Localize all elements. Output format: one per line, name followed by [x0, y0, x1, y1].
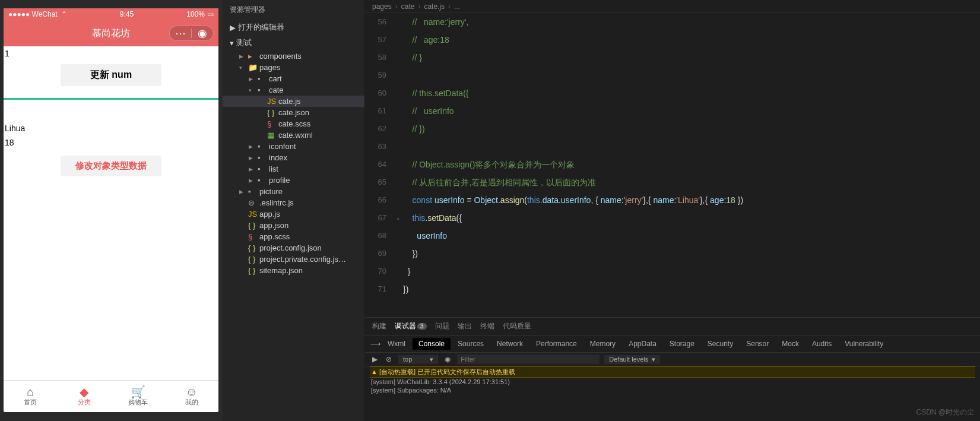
tab-category[interactable]: ◆分类 [58, 381, 112, 412]
capsule-close-icon[interactable]: ◉ [192, 26, 213, 40]
console-play-icon[interactable]: ▶ [370, 355, 379, 363]
tree-item[interactable]: ▶▪picture [223, 186, 364, 197]
devtools-tab[interactable]: Sources [452, 338, 490, 350]
console-eye-icon[interactable]: ◉ [443, 355, 452, 363]
capsule-more-icon[interactable]: ⋯ [170, 26, 191, 40]
tab-profile[interactable]: ☺我的 [165, 381, 219, 412]
tree-item[interactable]: ▶▪list [223, 163, 364, 175]
fold-marker[interactable] [394, 102, 403, 120]
console-line[interactable]: [system] Subpackages: N/A [370, 386, 975, 394]
tree-item[interactable]: { }cate.json [223, 107, 364, 118]
fold-marker[interactable] [394, 31, 403, 49]
fold-marker[interactable] [394, 191, 403, 209]
devtools-tab[interactable]: Network [491, 338, 529, 350]
tree-item[interactable]: ▶▪index [223, 152, 364, 163]
panel-tab[interactable]: 问题 [435, 321, 449, 331]
console-levels-dropdown[interactable]: Default levels ▾ [604, 355, 660, 364]
panel-tab[interactable]: 代码质量 [503, 321, 531, 331]
code-line[interactable]: // Object.assign()将多个对象合并为一个对象 [403, 156, 980, 173]
fold-marker[interactable] [394, 49, 403, 67]
code-line[interactable]: // userInfo [403, 102, 980, 120]
code-line[interactable] [403, 67, 980, 84]
devtools-tab[interactable]: Wxml [382, 338, 411, 350]
console-filter-input[interactable] [457, 354, 600, 364]
console-output[interactable]: [自动热重载] 已开启代码文件保存后自动热重载[system] WeChatLi… [365, 366, 980, 421]
fold-marker[interactable] [394, 262, 403, 280]
code-line[interactable] [403, 138, 980, 156]
devtools-tab[interactable]: Audits [806, 338, 838, 350]
modify-object-button[interactable]: 修改对象类型数据 [61, 156, 161, 176]
tree-item[interactable]: { }project.private.config.js… [223, 254, 364, 265]
code-line[interactable]: } [403, 262, 980, 280]
tree-item[interactable]: ▶▪profile [223, 175, 364, 186]
code-line[interactable]: userInfo [403, 227, 980, 245]
code-line[interactable]: // age:18 [403, 31, 980, 49]
code-line[interactable]: // name:'jerry', [403, 13, 980, 31]
code-line[interactable]: }) [403, 245, 980, 262]
panel-tab[interactable]: 终端 [480, 321, 494, 331]
tree-item[interactable]: ▶▪cart [223, 73, 364, 84]
code-editor[interactable]: 56575859606162636465666768697071 ⌄ // na… [365, 13, 980, 317]
tree-item[interactable]: { }sitemap.json [223, 265, 364, 276]
devtools-tab[interactable]: Security [702, 338, 739, 350]
tree-item[interactable]: §cate.scss [223, 118, 364, 129]
tab-cart[interactable]: 🛒购物车 [111, 381, 165, 412]
code-line[interactable]: // } [403, 49, 980, 67]
devtools-tab[interactable]: Mock [776, 338, 805, 350]
fold-marker[interactable] [394, 156, 403, 173]
breadcrumb-item[interactable]: cate.js [424, 2, 445, 11]
console-clear-icon[interactable]: ⊘ [384, 355, 394, 363]
devtools-tabs[interactable]: ⟶ WxmlConsoleSourcesNetworkPerformanceMe… [365, 335, 980, 353]
inspect-icon[interactable]: ⟶ [370, 340, 380, 348]
panel-tab[interactable]: 输出 [458, 321, 472, 331]
code-line[interactable]: const userInfo = Object.assign(this.data… [403, 191, 980, 209]
panel-tab[interactable]: 构建 [372, 321, 386, 331]
code-line[interactable]: this.setData({ [403, 209, 980, 227]
fold-marker[interactable] [394, 227, 403, 245]
tab-home[interactable]: ⌂首页 [4, 381, 58, 412]
tree-item[interactable]: §app.scss [223, 231, 364, 242]
devtools-tab[interactable]: AppData [623, 338, 662, 350]
console-line[interactable]: [自动热重载] 已开启代码文件保存后自动热重载 [370, 366, 975, 378]
fold-marker[interactable] [394, 13, 403, 31]
devtools-tab[interactable]: Storage [664, 338, 700, 350]
code-line[interactable]: // 从后往前合并,若是遇到相同属性，以后面的为准 [403, 173, 980, 191]
tree-item[interactable]: ⊚.eslintrc.js [223, 197, 364, 208]
panel-tabs[interactable]: 构建调试器3问题输出终端代码质量 [365, 318, 980, 335]
tree-item[interactable]: ▾📁pages [223, 62, 364, 73]
tree-item[interactable]: ▦cate.wxml [223, 129, 364, 141]
devtools-tab[interactable]: Memory [584, 338, 621, 350]
tree-item[interactable]: JScate.js [223, 96, 364, 107]
devtools-tab[interactable]: Console [413, 338, 451, 350]
fold-marker[interactable] [394, 67, 403, 84]
breadcrumb[interactable]: pages›cate›cate.js›... [365, 0, 980, 13]
fold-column[interactable]: ⌄ [394, 13, 403, 317]
code-content[interactable]: // name:'jerry', // age:18 // } // this.… [403, 13, 980, 317]
code-line[interactable]: }) [403, 280, 980, 298]
fold-marker[interactable] [394, 120, 403, 138]
breadcrumb-item[interactable]: ... [454, 2, 460, 11]
project-section[interactable]: ▾ 测试 [223, 35, 364, 50]
tree-item[interactable]: ▶▸components [223, 50, 364, 62]
tree-item[interactable]: { }app.json [223, 220, 364, 231]
breadcrumb-item[interactable]: pages [372, 2, 392, 11]
devtools-tab[interactable]: Vulnerability [839, 338, 889, 350]
update-num-button[interactable]: 更新 num [61, 64, 161, 86]
fold-marker[interactable] [394, 138, 403, 156]
breadcrumb-item[interactable]: cate [401, 2, 415, 11]
tree-item[interactable]: ▶▪iconfont [223, 141, 364, 152]
fold-marker[interactable] [394, 84, 403, 102]
code-line[interactable]: // this.setData({ [403, 84, 980, 102]
devtools-tab[interactable]: Performance [530, 338, 583, 350]
console-line[interactable]: [system] WeChatLib: 3.3.4 (2024.2.29 17:… [370, 378, 975, 386]
open-editors-section[interactable]: ▶ 打开的编辑器 [223, 20, 364, 35]
tree-item[interactable]: JSapp.js [223, 208, 364, 220]
tree-item[interactable]: ▾▪cate [223, 84, 364, 96]
fold-marker[interactable]: ⌄ [394, 209, 403, 227]
tree-item[interactable]: { }project.config.json [223, 242, 364, 254]
fold-marker[interactable] [394, 280, 403, 298]
capsule-menu[interactable]: ⋯ ◉ [169, 26, 214, 41]
console-context-dropdown[interactable]: top ▾ [398, 355, 438, 364]
devtools-tab[interactable]: Sensor [740, 338, 775, 350]
fold-marker[interactable] [394, 245, 403, 262]
